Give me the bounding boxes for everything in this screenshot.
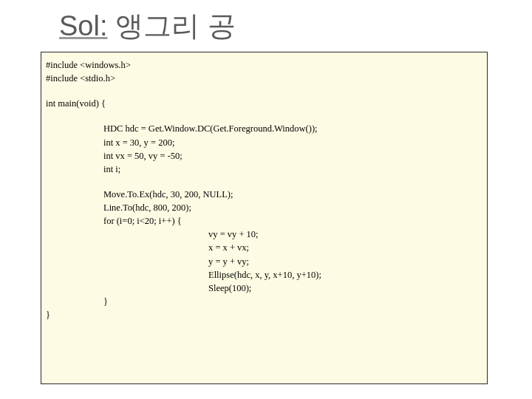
code-line: #include <stdio.h> (46, 72, 482, 85)
code-line: } (46, 295, 482, 308)
code-line: int x = 30, y = 200; (46, 136, 482, 149)
code-line: Ellipse(hdc, x, y, x+10, y+10); (46, 268, 482, 282)
code-line: } (46, 308, 482, 321)
code-line: vy = vy + 10; (46, 228, 482, 241)
code-line: int main(void) { (46, 97, 482, 110)
code-line: x = x + vx; (46, 241, 482, 254)
code-line: Move.To.Ex(hdc, 30, 200, NULL); (46, 188, 482, 201)
code-line: int vx = 50, vy = -50; (46, 149, 482, 163)
code-box: #include <windows.h> #include <stdio.h> … (41, 52, 488, 384)
code-line: y = y + vy; (46, 255, 482, 268)
code-line: Sleep(100); (46, 282, 482, 295)
code-line: #include <windows.h> (46, 58, 482, 72)
code-line: for (i=0; i<20; i++) { (46, 214, 482, 228)
slide: Sol: 앵그리 공 #include <windows.h> #include… (0, 0, 532, 399)
code-line: HDC hdc = Get.Window.DC(Get.Foreground.W… (46, 122, 482, 135)
code-line: int i; (46, 163, 482, 176)
code-line: Line.To(hdc, 800, 200); (46, 201, 482, 214)
slide-title: Sol: 앵그리 공 (59, 7, 236, 45)
title-prefix: Sol: (59, 10, 107, 41)
title-rest: 앵그리 공 (107, 10, 235, 41)
